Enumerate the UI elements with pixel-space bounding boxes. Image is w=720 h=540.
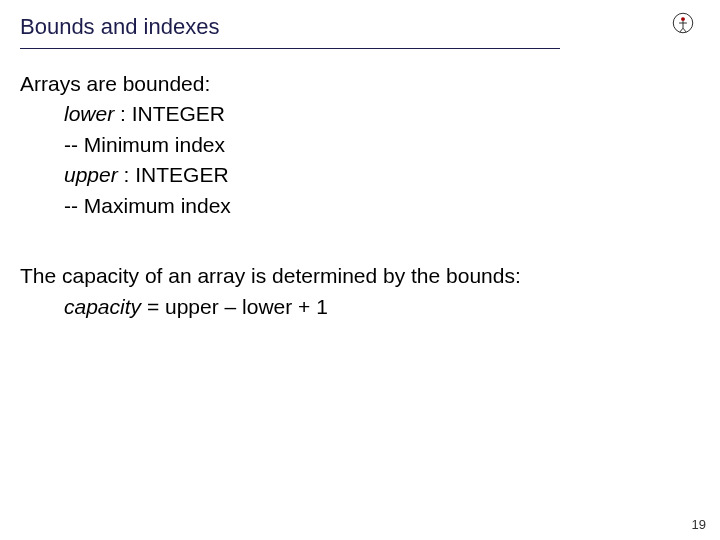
svg-line-4 [680,28,683,32]
svg-line-5 [683,28,686,32]
page-number: 19 [692,517,706,532]
chair-logo-icon [670,10,696,36]
lower-comment: -- Minimum index [64,130,700,160]
capacity-formula: = upper – lower + 1 [141,295,328,318]
upper-type: : INTEGER [118,163,229,186]
capacity-name: capacity [64,295,141,318]
lower-type: : INTEGER [114,102,225,125]
capacity-expression: capacity = upper – lower + 1 [64,292,700,322]
capacity-intro: The capacity of an array is determined b… [20,261,700,291]
upper-declaration: upper : INTEGER [64,160,700,190]
upper-comment: -- Maximum index [64,191,700,221]
lower-declaration: lower : INTEGER [64,99,700,129]
slide-body: Arrays are bounded: lower : INTEGER -- M… [0,49,720,322]
intro-line: Arrays are bounded: [20,69,700,99]
slide-title: Bounds and indexes [20,14,700,40]
svg-point-1 [681,17,685,21]
lower-name: lower [64,102,114,125]
upper-name: upper [64,163,118,186]
